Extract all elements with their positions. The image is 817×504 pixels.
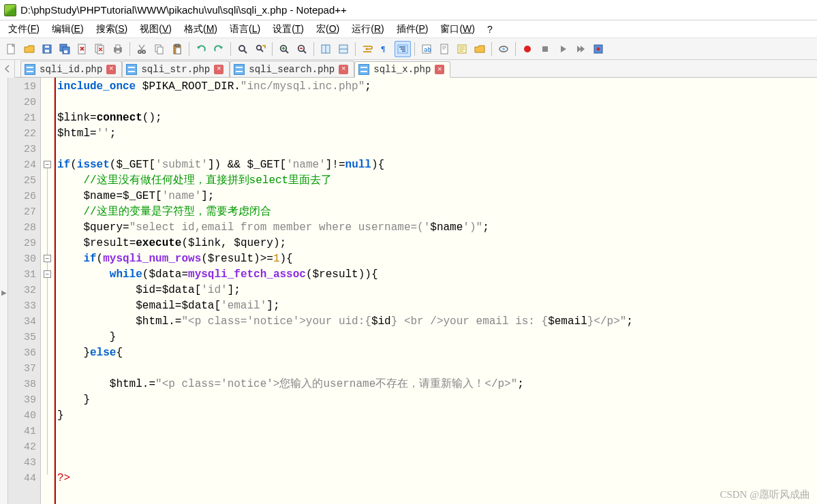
print-button[interactable] (110, 41, 126, 57)
stop-button[interactable] (537, 41, 553, 57)
menu-M[interactable]: 格式(M) (180, 22, 221, 37)
tab-sqli_search-php[interactable]: sqli_search.php× (230, 61, 354, 77)
menu-O[interactable]: 宏(O) (312, 22, 343, 37)
menu-R[interactable]: 运行(R) (348, 22, 388, 37)
menu-V[interactable]: 视图(V) (136, 22, 176, 37)
sync-v-button[interactable] (318, 41, 334, 57)
undo-icon (196, 44, 206, 54)
window-title: D:\phpStudy\PHPTutorial\WWW\pikachu\vul\… (20, 4, 347, 16)
svg-point-34 (524, 46, 531, 52)
code-line[interactable] (56, 361, 817, 377)
menu-P[interactable]: 插件(P) (392, 22, 433, 37)
save-button[interactable] (39, 41, 55, 57)
play-button[interactable] (555, 41, 571, 57)
code-line[interactable] (56, 455, 817, 471)
code-line[interactable] (56, 424, 817, 439)
code-line[interactable]: } (56, 330, 817, 345)
code-line[interactable]: if(isset($_GET['submit']) && $_GET['name… (56, 157, 817, 173)
code-line[interactable]: ?> (56, 471, 817, 486)
copy-button[interactable] (151, 41, 168, 57)
code-line[interactable]: $email=$data['email']; (56, 298, 817, 314)
code-line[interactable]: if(mysqli_num_rows($result)>=1){ (56, 251, 817, 267)
toolbar-separator (491, 42, 492, 56)
code-line[interactable]: $html=''; (56, 126, 817, 142)
undo-button[interactable] (193, 41, 209, 57)
fold-toggle[interactable]: − (44, 270, 51, 278)
replace-icon (255, 44, 266, 54)
tab-close-button[interactable]: × (339, 65, 348, 74)
tab-close-button[interactable]: × (214, 65, 223, 74)
code-line[interactable]: include_once $PIKA_ROOT_DIR."inc/mysql.i… (56, 79, 817, 95)
code-line[interactable]: $query="select id,email from member wher… (56, 220, 817, 236)
play-multi-button[interactable] (572, 41, 589, 57)
line-number: 31 (8, 267, 40, 283)
code-line[interactable]: while($data=mysqli_fetch_assoc($result))… (56, 267, 817, 283)
sync-v-icon (320, 44, 331, 54)
tab-close-button[interactable]: × (106, 65, 116, 74)
redo-button[interactable] (211, 41, 227, 57)
code-line[interactable] (56, 95, 817, 110)
line-number: 38 (8, 377, 40, 392)
tab-sqli_str-php[interactable]: sqli_str.php× (122, 61, 230, 77)
left-margin-handle[interactable]: ▶ (0, 78, 8, 504)
code-line[interactable]: //这里的变量是字符型，需要考虑闭合 (56, 204, 817, 220)
open-file-button[interactable] (21, 41, 37, 57)
tab-label: sqli_x.php (373, 64, 431, 75)
sync-h-icon (338, 44, 349, 54)
tabstrip-scroll-left[interactable] (0, 60, 15, 78)
wrap-button[interactable] (359, 41, 375, 57)
zoom-out-button[interactable] (294, 41, 310, 57)
save-macro-button[interactable] (590, 41, 606, 57)
doc-map-button[interactable] (436, 41, 452, 57)
menu-?[interactable]: ? (483, 22, 497, 36)
svg-rect-6 (64, 50, 67, 53)
find-button[interactable] (234, 41, 251, 57)
cut-button[interactable] (134, 41, 150, 57)
record-button[interactable] (519, 41, 536, 57)
code-line[interactable]: $html.="<p class='notice'>您输入的username不存… (56, 377, 817, 392)
all-chars-button[interactable]: ¶ (377, 41, 393, 57)
menu-L[interactable]: 语言(L) (226, 22, 264, 37)
indent-guide-button[interactable] (395, 41, 411, 57)
func-list-button[interactable] (454, 41, 470, 57)
eye-button[interactable] (495, 41, 512, 57)
menu-S[interactable]: 搜索(S) (92, 22, 132, 37)
folder-icon (474, 44, 485, 54)
code-line[interactable]: $html.="<p class='notice'>your uid:{$id}… (56, 314, 817, 330)
code-line[interactable] (56, 439, 817, 455)
code-line[interactable]: $link=connect(); (56, 110, 817, 126)
tab-sqli_id-php[interactable]: sqli_id.php× (20, 61, 122, 77)
sync-h-button[interactable] (335, 41, 352, 57)
fold-toggle[interactable]: − (44, 255, 51, 262)
new-file-icon (6, 44, 17, 54)
code-area[interactable]: include_once $PIKA_ROOT_DIR."inc/mysql.i… (55, 78, 817, 504)
close-all-button[interactable] (92, 41, 108, 57)
code-line[interactable] (56, 142, 817, 157)
menu-T[interactable]: 设置(T) (268, 22, 308, 37)
folder-button[interactable] (472, 41, 488, 57)
new-file-button[interactable] (3, 41, 20, 57)
code-line[interactable]: } (56, 392, 817, 408)
code-line[interactable]: $name=$_GET['name']; (56, 189, 817, 204)
close-button[interactable] (74, 41, 91, 57)
code-line[interactable]: $id=$data['id']; (56, 283, 817, 298)
code-line[interactable]: }else{ (56, 345, 817, 361)
code-line[interactable]: $result=execute($link, $query); (56, 236, 817, 251)
zoom-in-button[interactable] (276, 41, 292, 57)
paste-button[interactable] (169, 41, 185, 57)
menu-bar: 文件(F)编辑(E)搜索(S)视图(V)格式(M)语言(L)设置(T)宏(O)运… (0, 20, 817, 38)
tab-sqli_x-php[interactable]: sqli_x.php× (354, 61, 450, 78)
code-line[interactable]: //这里没有做任何处理，直接拼到select里面去了 (56, 173, 817, 189)
fold-toggle[interactable]: − (44, 161, 51, 168)
menu-F[interactable]: 文件(F) (4, 22, 44, 37)
menu-W[interactable]: 窗口(W) (436, 22, 479, 37)
line-number: 42 (8, 439, 40, 455)
tab-close-button[interactable]: × (435, 65, 444, 74)
wrap-icon (362, 44, 373, 54)
toolbar-separator (129, 42, 130, 56)
lang-button[interactable]: ab (418, 41, 435, 57)
code-line[interactable]: } (56, 408, 817, 424)
save-all-button[interactable] (57, 41, 73, 57)
menu-E[interactable]: 编辑(E) (48, 22, 88, 37)
replace-button[interactable] (252, 41, 268, 57)
